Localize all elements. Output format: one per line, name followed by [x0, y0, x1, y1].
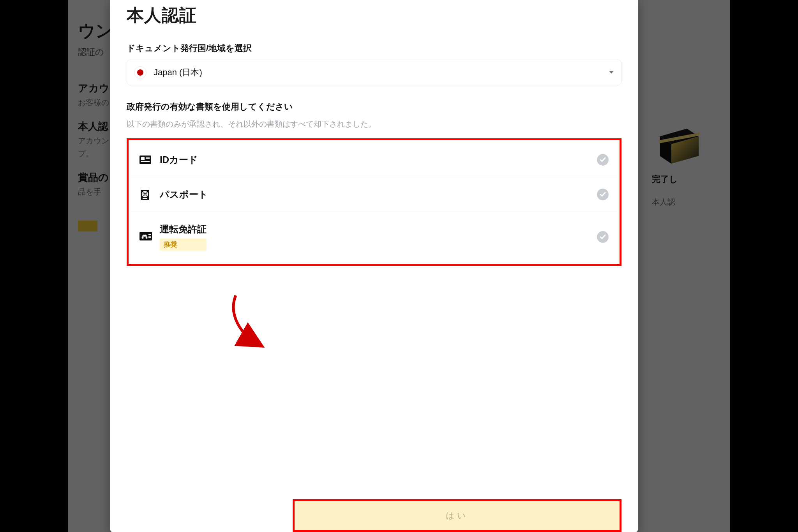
chevron-down-icon [609, 70, 614, 75]
japan-flag-dot [137, 69, 143, 76]
svg-rect-17 [148, 236, 151, 237]
doc-option-passport[interactable]: パスポート [131, 177, 617, 212]
identity-verification-modal: 本人認証 ドキュメント発行国/地域を選択 Japan (日本) 政府発行の有効な… [110, 0, 638, 532]
svg-point-15 [146, 237, 148, 239]
country-section-label: ドキュメント発行国/地域を選択 [127, 42, 621, 54]
doc-label: IDカード [160, 154, 198, 166]
svg-rect-8 [141, 161, 150, 162]
doc-option-id-card[interactable]: IDカード [131, 143, 617, 177]
country-select[interactable]: Japan (日本) [127, 60, 621, 85]
check-icon [597, 154, 609, 166]
check-icon [597, 189, 609, 200]
check-icon [597, 231, 609, 243]
doc-option-drivers-license[interactable]: 運転免許証 推奨 [131, 212, 617, 262]
document-section-label: 政府発行の有効な書類を使用してください [127, 101, 621, 113]
svg-rect-12 [143, 198, 147, 199]
passport-icon [139, 189, 151, 200]
doc-label: パスポート [160, 188, 208, 201]
document-type-list: IDカード パスポート [127, 138, 621, 266]
japan-flag-icon [134, 66, 147, 79]
doc-label: 運転免許証 [160, 223, 207, 235]
document-helper-text: 以下の書類のみが承認され、それ以外の書類はすべて却下されました。 [127, 117, 621, 131]
svg-rect-16 [148, 234, 151, 235]
svg-marker-4 [609, 71, 613, 74]
modal-title: 本人認証 [127, 4, 621, 27]
drivers-license-icon [139, 232, 151, 242]
svg-rect-6 [141, 157, 145, 160]
confirm-button[interactable]: はい [293, 499, 621, 532]
recommended-badge: 推奨 [160, 239, 207, 251]
svg-rect-18 [148, 237, 151, 238]
id-card-icon [139, 155, 151, 165]
country-name: Japan (日本) [154, 67, 202, 78]
svg-rect-7 [146, 157, 150, 159]
svg-point-14 [142, 237, 144, 239]
